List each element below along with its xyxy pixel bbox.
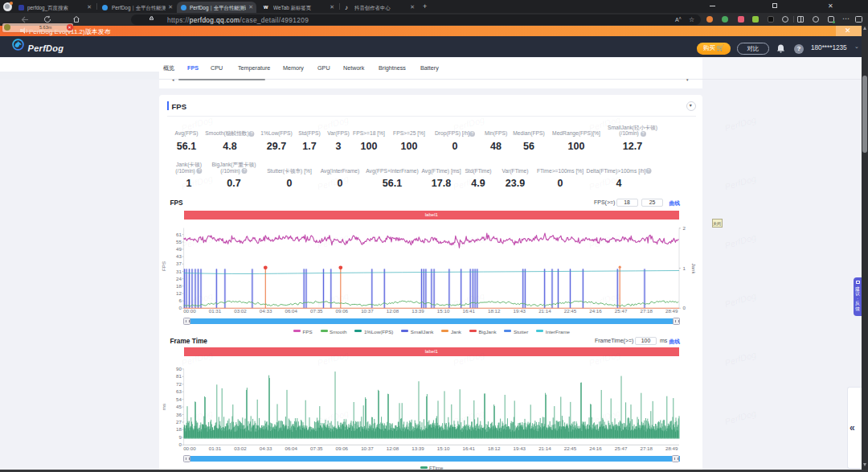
- svg-text:03:02: 03:02: [234, 445, 247, 451]
- svg-text:01:31: 01:31: [209, 445, 222, 451]
- svg-text:31: 31: [176, 269, 182, 274]
- svg-text:25:47: 25:47: [615, 308, 628, 314]
- svg-text:45: 45: [176, 404, 182, 409]
- svg-text:43: 43: [176, 253, 182, 259]
- svg-text:ms: ms: [161, 404, 166, 410]
- svg-text:04:33: 04:33: [260, 308, 272, 314]
- svg-text:27:18: 27:18: [640, 445, 653, 451]
- svg-text:28:49: 28:49: [665, 308, 678, 314]
- svg-text:61: 61: [176, 232, 182, 237]
- svg-text:90: 90: [176, 366, 182, 371]
- svg-text:00:00: 00:00: [183, 308, 196, 314]
- svg-text:12:08: 12:08: [387, 445, 399, 451]
- svg-text:09:06: 09:06: [336, 445, 349, 451]
- svg-text:03:02: 03:02: [234, 308, 247, 314]
- svg-text:21:14: 21:14: [538, 445, 551, 451]
- svg-text:22:45: 22:45: [564, 308, 577, 314]
- svg-text:FPS: FPS: [161, 261, 166, 271]
- svg-text:63: 63: [176, 388, 182, 394]
- svg-text:0: 0: [683, 305, 686, 310]
- svg-text:09:06: 09:06: [336, 308, 349, 314]
- svg-text:54: 54: [176, 396, 182, 402]
- svg-text:22:45: 22:45: [564, 445, 577, 451]
- svg-text:Jank: Jank: [691, 263, 697, 274]
- svg-text:13:39: 13:39: [411, 445, 424, 451]
- svg-text:19:43: 19:43: [514, 445, 526, 451]
- svg-text:18: 18: [176, 426, 182, 432]
- svg-text:13:39: 13:39: [411, 308, 424, 314]
- svg-text:24:16: 24:16: [589, 308, 602, 314]
- svg-text:16:41: 16:41: [462, 445, 475, 451]
- svg-text:04:33: 04:33: [260, 445, 272, 451]
- svg-text:21:14: 21:14: [538, 308, 551, 314]
- svg-text:12: 12: [176, 290, 182, 296]
- svg-text:06:04: 06:04: [285, 308, 297, 314]
- svg-text:15:10: 15:10: [437, 308, 450, 314]
- svg-text:19:43: 19:43: [514, 308, 526, 314]
- svg-text:27:18: 27:18: [640, 308, 653, 314]
- svg-text:10:37: 10:37: [361, 308, 374, 314]
- svg-text:25:47: 25:47: [615, 445, 628, 451]
- svg-text:07:35: 07:35: [310, 308, 323, 314]
- svg-text:72: 72: [176, 381, 182, 387]
- svg-text:9: 9: [179, 434, 182, 440]
- svg-text:1: 1: [683, 265, 686, 271]
- svg-text:81: 81: [176, 373, 182, 379]
- svg-text:24:16: 24:16: [589, 445, 602, 451]
- svg-text:01:31: 01:31: [209, 308, 222, 314]
- svg-text:28:49: 28:49: [665, 445, 678, 451]
- svg-text:2: 2: [683, 225, 686, 231]
- svg-text:18:12: 18:12: [488, 445, 501, 451]
- svg-text:00:00: 00:00: [183, 445, 196, 451]
- svg-text:24: 24: [176, 276, 182, 281]
- svg-text:06:04: 06:04: [285, 445, 297, 451]
- svg-text:16:41: 16:41: [462, 308, 475, 314]
- svg-text:10:37: 10:37: [361, 445, 374, 451]
- svg-text:07:35: 07:35: [310, 445, 323, 451]
- svg-text:18:12: 18:12: [488, 308, 501, 314]
- svg-text:18: 18: [176, 283, 182, 289]
- svg-text:15:10: 15:10: [437, 445, 450, 451]
- svg-text:12:08: 12:08: [387, 308, 399, 314]
- svg-text:0: 0: [179, 441, 182, 447]
- svg-text:37: 37: [176, 261, 182, 266]
